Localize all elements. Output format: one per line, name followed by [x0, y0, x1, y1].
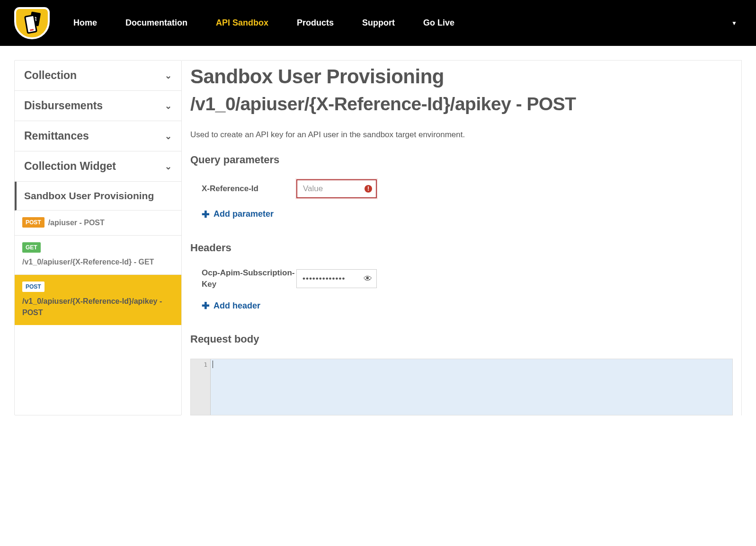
sidebar-section-disbursements[interactable]: Disbursements ⌄ — [15, 91, 181, 121]
nav-dropdown-caret-icon[interactable]: ▼ — [731, 20, 737, 26]
error-icon: ! — [365, 185, 372, 193]
header-label: Ocp-Apim-Subscription-Key — [202, 267, 296, 290]
code-area[interactable] — [211, 359, 732, 415]
sidebar-section-remittances[interactable]: Remittances ⌄ — [15, 121, 181, 151]
nav-api-sandbox[interactable]: API Sandbox — [216, 18, 268, 28]
top-navbar: $ Home Documentation API Sandbox Product… — [0, 0, 756, 46]
chevron-down-icon: ⌄ — [165, 161, 172, 172]
plus-icon: ✚ — [202, 209, 210, 220]
nav-support[interactable]: Support — [362, 18, 395, 28]
sidebar-section-title: Collection Widget — [24, 160, 116, 173]
code-gutter: 1 — [191, 359, 211, 415]
param-label: X-Reference-Id — [202, 184, 296, 194]
chevron-down-icon: ⌄ — [165, 70, 172, 81]
endpoint-apiuser-get[interactable]: GET /v1_0/apiuser/{X-Reference-Id} - GET — [15, 236, 181, 275]
nav-products[interactable]: Products — [297, 18, 334, 28]
sidebar-section-title: Collection — [24, 69, 77, 82]
plus-icon: ✚ — [202, 300, 210, 311]
request-body-heading: Request body — [190, 333, 741, 345]
page-title: Sandbox User Provisioning — [190, 65, 741, 88]
endpoint-heading: /v1_0/apiuser/{X-Reference-Id}/apikey - … — [190, 93, 741, 116]
chevron-down-icon: ⌄ — [165, 101, 172, 111]
sidebar-section-title: Remittances — [24, 130, 89, 142]
request-body-editor[interactable]: 1 — [190, 359, 733, 415]
sidebar-section-collection[interactable]: Collection ⌄ — [15, 61, 181, 91]
endpoint-apiuser-post[interactable]: POST /apiuser - POST — [15, 211, 181, 236]
method-badge-get: GET — [22, 242, 41, 253]
method-badge-post: POST — [22, 282, 44, 292]
chevron-down-icon: ⌄ — [165, 131, 172, 141]
headers-heading: Headers — [190, 242, 741, 254]
cursor-icon — [213, 361, 213, 368]
nav-items: Home Documentation API Sandbox Products … — [73, 18, 731, 28]
method-badge-post: POST — [22, 217, 44, 228]
sidebar-section-collection-widget[interactable]: Collection Widget ⌄ — [15, 151, 181, 182]
line-number: 1 — [191, 361, 207, 368]
nav-home[interactable]: Home — [73, 18, 97, 28]
endpoint-label: /apiuser - POST — [48, 217, 105, 229]
eye-icon[interactable]: 👁 — [364, 273, 372, 283]
logo[interactable]: $ — [14, 7, 50, 39]
header-row-subscription-key: Ocp-Apim-Subscription-Key 👁 — [190, 267, 741, 290]
nav-documentation[interactable]: Documentation — [125, 18, 187, 28]
query-params-heading: Query parameters — [190, 154, 741, 166]
add-header-label: Add header — [213, 301, 260, 311]
sidebar: Collection ⌄ Disbursements ⌄ Remittances… — [14, 60, 182, 415]
endpoint-apikey-post[interactable]: POST /v1_0/apiuser/{X-Reference-Id}/apik… — [15, 275, 181, 325]
endpoint-label: /v1_0/apiuser/{X-Reference-Id} - GET — [22, 256, 154, 268]
param-row-x-reference-id: X-Reference-Id ! — [190, 179, 741, 198]
nav-go-live[interactable]: Go Live — [423, 18, 454, 28]
sidebar-section-sandbox-user-provisioning[interactable]: Sandbox User Provisioning — [15, 182, 181, 211]
sidebar-section-title: Disbursements — [24, 99, 103, 112]
add-header-button[interactable]: ✚ Add header — [190, 300, 741, 311]
endpoint-description: Used to create an API key for an API use… — [190, 130, 741, 140]
sidebar-section-title: Sandbox User Provisioning — [24, 190, 154, 202]
add-parameter-button[interactable]: ✚ Add parameter — [190, 209, 741, 220]
main-content: Sandbox User Provisioning /v1_0/apiuser/… — [182, 60, 742, 415]
endpoint-label: /v1_0/apiuser/{X-Reference-Id}/apikey - … — [22, 296, 174, 318]
add-parameter-label: Add parameter — [213, 209, 274, 219]
